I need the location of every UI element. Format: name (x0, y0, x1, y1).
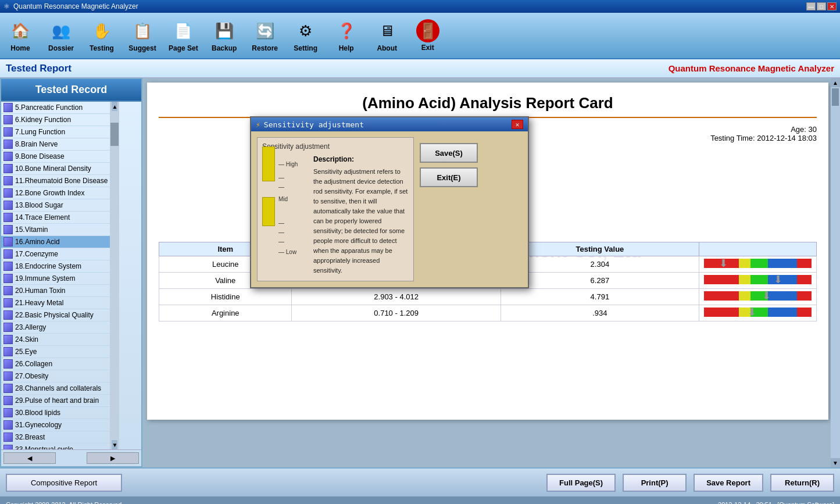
dialog-close-btn[interactable]: ✕ (512, 120, 523, 129)
sidebar-item[interactable]: 11.Rheumatoid Bone Disease (1, 175, 110, 187)
description-text: Sensitivity adjustment refers to the adj… (313, 167, 409, 276)
age-label: Age: (791, 125, 806, 134)
sidebar-item[interactable]: 28.Channels and collaterals (1, 383, 110, 395)
item-result: ⬇ (699, 273, 817, 289)
print-btn[interactable]: Print(P) (623, 474, 687, 492)
about-label: About (377, 44, 397, 52)
sidebar-scrollbar[interactable]: ▲ ▼ (110, 102, 119, 449)
sidebar-item[interactable]: 32.Breast (1, 431, 110, 444)
compositive-report-btn[interactable]: Compositive Report (6, 474, 122, 492)
sidebar-item[interactable]: 24.Skin (1, 334, 110, 346)
header-bar: Tested Report Quantum Resonance Magnetic… (0, 59, 840, 78)
sidebar-item[interactable]: 31.Gynecology (1, 419, 110, 431)
content-scroll-up[interactable]: ▲ (831, 78, 840, 87)
item-name: Histidine (159, 289, 292, 305)
content-scroll-thumb[interactable] (832, 88, 839, 106)
item-value: 2.304 (501, 256, 699, 273)
return-btn[interactable]: Return(R) (770, 474, 834, 492)
suggest-icon: 📋 (130, 19, 155, 43)
window-controls[interactable]: — □ ✕ (806, 2, 837, 10)
sidebar-item[interactable]: 19.Immune System (1, 273, 110, 285)
footer-software: [Quantum Software] (777, 501, 834, 504)
close-btn[interactable]: ✕ (827, 2, 837, 10)
suggest-label: Suggest (128, 44, 156, 52)
sidebar-item[interactable]: 15.Vitamin (1, 224, 110, 236)
table-row: Histidine 2.903 - 4.012 4.791 ⬇ (159, 289, 817, 305)
sidebar-item[interactable]: 9.Bone Disease (1, 151, 110, 163)
content-scroll-down[interactable]: ▼ (831, 458, 840, 467)
sidebar-item[interactable]: 29.Pulse of heart and brain (1, 395, 110, 407)
sidebar-item[interactable]: 30.Blood lipids (1, 407, 110, 419)
sensitivity-description-panel: Description: Sensitivity adjustment refe… (313, 155, 409, 276)
nav-next-btn[interactable]: ▶ (87, 452, 139, 464)
toolbar-backup[interactable]: 💾 Backup (210, 19, 239, 52)
home-label: Home (10, 44, 30, 52)
sidebar-item[interactable]: 20.Human Toxin (1, 285, 110, 297)
content-scrollbar[interactable]: ▲ ▼ (831, 78, 840, 467)
sidebar-item[interactable]: 10.Bone Mineral Density (1, 163, 110, 175)
item-range: 2.903 - 4.012 (292, 289, 501, 305)
dialog-body: Sensitivity adjustment — High — (251, 131, 528, 287)
toolbar-setting[interactable]: ⚙ Setting (291, 19, 320, 52)
about-icon: 🖥 (375, 19, 399, 43)
bottom-bar: Compositive Report Full Page(S) Print(P)… (0, 467, 840, 496)
sidebar-item[interactable]: 8.Brain Nerve (1, 138, 110, 151)
sidebar-item[interactable]: 17.Coenzyme (1, 248, 110, 260)
scroll-up-btn[interactable]: ▲ (112, 102, 117, 111)
minimize-btn[interactable]: — (806, 2, 816, 10)
dossier-label: Dossier (48, 44, 74, 52)
sidebar-item[interactable]: 14.Trace Element (1, 212, 110, 224)
app-name: Quantum Resonance Magnetic Analyzer (669, 63, 834, 73)
item-result: ⬇ (699, 289, 817, 305)
sidebar-item[interactable]: 23.Allergy (1, 321, 110, 334)
backup-label: Backup (212, 44, 237, 52)
maximize-btn[interactable]: □ (817, 2, 826, 10)
sidebar-item[interactable]: 6.Kidney Function (1, 114, 110, 126)
testing-icon: ✋ (90, 19, 114, 43)
toolbar-home[interactable]: 🏠 Home (6, 19, 35, 52)
exit-btn[interactable]: Exit(E) (420, 167, 478, 187)
scroll-down-btn[interactable]: ▼ (112, 440, 117, 449)
toolbar-pageset[interactable]: 📄 Page Set (169, 19, 198, 52)
sidebar-item[interactable]: 18.Endocrine System (1, 260, 110, 273)
pageset-label: Page Set (169, 44, 198, 52)
testing-time-value: 2012-12-14 18:03 (757, 134, 817, 142)
footer: Copyright 2008-2012, All Right Reserved.… (0, 496, 840, 504)
app-icon: ⚛ (3, 2, 10, 10)
sensitivity-dialog[interactable]: ⚡ Sensitivity adjustment ✕ Sensitivity a… (250, 116, 529, 288)
toolbar-suggest[interactable]: 📋 Suggest (128, 19, 157, 52)
item-value: .934 (501, 305, 699, 321)
scrollbar-thumb[interactable] (110, 123, 119, 146)
sidebar-title: Tested Record (1, 79, 141, 102)
sidebar-item[interactable]: 27.Obesity (1, 370, 110, 383)
toolbar-help[interactable]: ❓ Help (332, 19, 361, 52)
sidebar-item[interactable]: 22.Basic Physical Quality (1, 309, 110, 321)
testing-label: Testing (90, 44, 114, 52)
toolbar-about[interactable]: 🖥 About (373, 19, 402, 52)
pageset-icon: 📄 (171, 19, 195, 43)
setting-label: Setting (294, 44, 317, 52)
toolbar-testing[interactable]: ✋ Testing (87, 19, 116, 52)
exit-icon: 🚪 (416, 19, 439, 42)
save-btn[interactable]: Save(S) (420, 143, 478, 163)
item-value: 6.287 (501, 273, 699, 289)
sidebar-item[interactable]: 25.Eye (1, 346, 110, 358)
toolbar-restore[interactable]: 🔄 Restore (251, 19, 280, 52)
sidebar-item[interactable]: 21.Heavy Metal (1, 297, 110, 309)
toolbar-exit[interactable]: 🚪 Exit (413, 19, 442, 52)
sidebar-item[interactable]: 26.Collagen (1, 358, 110, 370)
sidebar-item[interactable]: 7.Lung Function (1, 126, 110, 138)
nav-prev-btn[interactable]: ◀ (3, 452, 56, 464)
sidebar-item[interactable]: 5.Pancreatic Function (1, 102, 110, 114)
sidebar-item[interactable]: 33.Menstrual cycle (1, 444, 110, 449)
sidebar-item[interactable]: 12.Bone Growth Index (1, 187, 110, 199)
description-title: Description: (313, 155, 409, 163)
save-report-btn[interactable]: Save Report (694, 474, 763, 492)
footer-right: 2012-12-14 20:51 [Quantum Software] (718, 501, 834, 504)
table-row: Arginine 0.710 - 1.209 .934 ⬇ (159, 305, 817, 321)
full-page-btn[interactable]: Full Page(S) (546, 474, 616, 492)
setting-icon: ⚙ (294, 19, 318, 43)
toolbar-dossier[interactable]: 👥 Dossier (47, 19, 76, 52)
sidebar-item[interactable]: 13.Blood Sugar (1, 199, 110, 212)
sidebar-item[interactable]: 16.Amino Acid (1, 236, 110, 248)
